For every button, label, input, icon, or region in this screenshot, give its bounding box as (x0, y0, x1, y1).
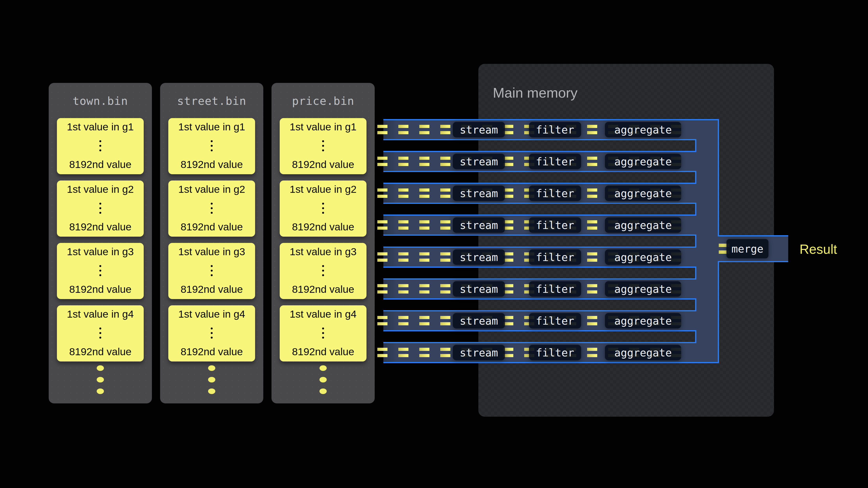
card-first-value: 1st value in g3 (178, 246, 245, 258)
ellipsis-dots-icon (322, 327, 324, 338)
card-first-value: 1st value in g2 (289, 184, 356, 195)
card-first-value: 1st value in g1 (178, 121, 245, 133)
value-card: 1st value in g1 8192nd value (57, 118, 144, 174)
pipeline-row: stream filter aggregate (383, 215, 696, 236)
stage-box-aggregate: aggregate (605, 122, 681, 137)
ellipsis-dots-icon (211, 265, 213, 276)
stage-box-stream: stream (453, 250, 505, 265)
stage-box-filter: filter (529, 122, 581, 137)
value-card: 1st value in g3 8192nd value (57, 243, 144, 299)
card-first-value: 1st value in g3 (289, 246, 356, 258)
stage-box-aggregate: aggregate (605, 345, 681, 360)
card-first-value: 1st value in g3 (67, 246, 133, 258)
value-card: 1st value in g3 8192nd value (280, 243, 367, 299)
main-memory-title: Main memory (493, 85, 578, 101)
stage-box-filter: filter (529, 217, 581, 233)
ellipsis-dots-icon (99, 203, 101, 214)
stage-box-aggregate: aggregate (605, 250, 681, 265)
ellipsis-dots-icon (322, 265, 324, 276)
card-first-value: 1st value in g4 (289, 308, 356, 320)
card-first-value: 1st value in g1 (67, 121, 133, 133)
stage-box-stream: stream (453, 345, 505, 360)
more-groups-dots-icon (97, 365, 104, 394)
ellipsis-dots-icon (99, 265, 101, 276)
stage-box-filter: filter (529, 250, 581, 265)
value-card: 1st value in g2 8192nd value (280, 181, 367, 237)
gap-right-edge (695, 234, 696, 248)
stage-box-filter: filter (529, 186, 581, 201)
card-last-value: 8192nd value (292, 221, 354, 233)
value-card: 1st value in g1 8192nd value (280, 118, 367, 174)
stage-box-aggregate: aggregate (605, 186, 681, 201)
card-last-value: 8192nd value (181, 221, 243, 233)
value-card: 1st value in g4 8192nd value (168, 305, 255, 361)
ellipsis-dots-icon (211, 327, 213, 338)
stage-box-stream: stream (453, 122, 505, 137)
stage-box-aggregate: aggregate (605, 217, 681, 233)
card-last-value: 8192nd value (69, 159, 131, 170)
value-card: 1st value in g2 8192nd value (168, 181, 255, 237)
card-first-value: 1st value in g4 (178, 308, 245, 320)
card-last-value: 8192nd value (181, 159, 243, 170)
pipeline-row: stream filter aggregate (383, 151, 696, 172)
value-card: 1st value in g1 8192nd value (168, 118, 255, 174)
file-name-label: street.bin (160, 94, 263, 107)
value-card: 1st value in g4 8192nd value (57, 305, 144, 361)
merge-box: merge (726, 239, 768, 258)
ellipsis-dots-icon (211, 203, 213, 214)
gap-right-edge (695, 298, 696, 311)
result-label: Result (800, 241, 837, 257)
file-name-label: price.bin (272, 94, 375, 107)
card-last-value: 8192nd value (292, 346, 354, 358)
card-last-value: 8192nd value (181, 283, 243, 295)
stage-box-stream: stream (453, 313, 505, 328)
file-name-label: town.bin (49, 94, 152, 107)
card-first-value: 1st value in g2 (67, 184, 133, 195)
stage-box-stream: stream (453, 154, 505, 169)
pipeline-row: stream filter aggregate (383, 310, 696, 331)
value-card: 1st value in g3 8192nd value (168, 243, 255, 299)
pipeline-row: stream filter aggregate (383, 278, 696, 299)
diagram-canvas: town.bin 1st value in g1 8192nd value 1s… (0, 0, 868, 488)
stage-box-aggregate: aggregate (605, 313, 681, 328)
card-last-value: 8192nd value (292, 159, 354, 170)
file-column-price: price.bin 1st value in g1 8192nd value 1… (272, 83, 375, 403)
gap-right-edge (695, 266, 696, 280)
card-last-value: 8192nd value (69, 346, 131, 358)
stage-box-filter: filter (529, 313, 581, 328)
gap-right-edge (695, 330, 696, 343)
stage-box-filter: filter (529, 281, 581, 297)
card-last-value: 8192nd value (181, 346, 243, 358)
more-groups-dots-icon (319, 365, 327, 394)
pipeline-row: stream filter aggregate (383, 342, 696, 363)
card-first-value: 1st value in g2 (178, 184, 245, 195)
gap-right-edge (695, 171, 696, 184)
stage-box-stream: stream (453, 281, 505, 297)
ellipsis-dots-icon (322, 140, 324, 151)
merge-channel: merge (718, 235, 788, 262)
pipeline-row: stream filter aggregate (383, 119, 696, 140)
card-last-value: 8192nd value (292, 283, 354, 295)
file-column-town: town.bin 1st value in g1 8192nd value 1s… (49, 83, 152, 403)
card-first-value: 1st value in g1 (289, 121, 356, 133)
pipeline-row: stream filter aggregate (383, 183, 696, 204)
value-card: 1st value in g4 8192nd value (280, 305, 367, 361)
card-last-value: 8192nd value (69, 283, 131, 295)
gap-right-edge (695, 139, 696, 152)
file-column-street: street.bin 1st value in g1 8192nd value … (160, 83, 263, 403)
ellipsis-dots-icon (99, 327, 101, 338)
pipeline-outline-top (383, 119, 719, 120)
ellipsis-dots-icon (322, 203, 324, 214)
ellipsis-dots-icon (211, 140, 213, 151)
value-card: 1st value in g2 8192nd value (57, 181, 144, 237)
ellipsis-dots-icon (99, 140, 101, 151)
stage-box-filter: filter (529, 154, 581, 169)
stage-box-filter: filter (529, 345, 581, 360)
stage-box-aggregate: aggregate (605, 154, 681, 169)
card-first-value: 1st value in g4 (67, 308, 133, 320)
pipeline-collector-strip (696, 120, 718, 362)
pipeline-outline-bottom (383, 362, 719, 363)
pipeline-row: stream filter aggregate (383, 247, 696, 268)
gap-right-edge (695, 203, 696, 216)
stage-box-stream: stream (453, 217, 505, 233)
